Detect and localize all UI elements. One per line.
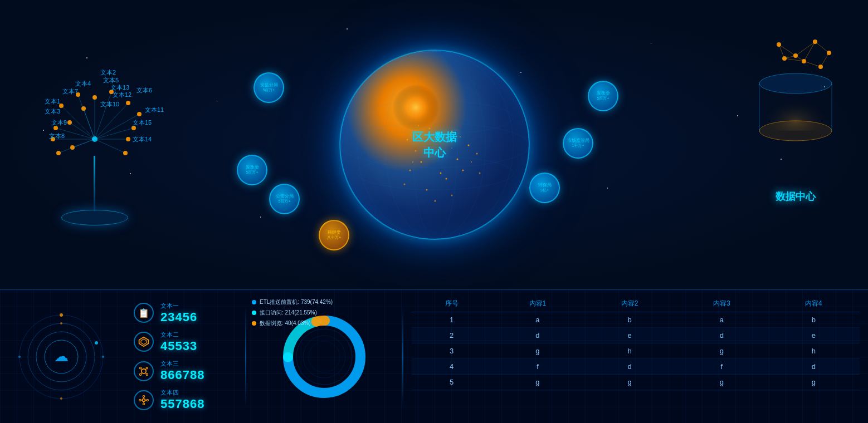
cloud-text-6: 文本6 (136, 86, 152, 95)
cell-2-1: d (491, 328, 583, 343)
svg-point-32 (421, 161, 422, 163)
orbit-node-gongan[interactable]: 公安分局 5百万+ (269, 184, 300, 214)
chart-legend: ETL推送前置机: 739(74.42%) 接口访问: 214(21.55%) … (252, 298, 333, 327)
cell-1-1: a (491, 312, 583, 328)
svg-point-41 (462, 170, 464, 171)
cloud-text-11: 文本11 (145, 106, 164, 114)
tree-base (61, 210, 128, 225)
cell-4-2: d (584, 359, 676, 375)
orbit-node-huanbao[interactable]: 环保局 9亿+ (529, 173, 560, 203)
cell-1-3: a (676, 312, 768, 328)
svg-point-136 (143, 403, 144, 405)
svg-point-115 (60, 313, 63, 317)
cell-2-2: e (584, 328, 676, 343)
legend-dot-browse (252, 321, 256, 326)
svg-line-96 (821, 53, 829, 67)
stats-area: 📋 文本一 23456 文本二 45533 文本三 866788 (123, 290, 245, 423)
stat-value-2: 45533 (160, 339, 197, 353)
legend-item-etl: ETL推送前置机: 739(74.42%) (252, 298, 333, 306)
stat-label-3: 文本三 (160, 360, 204, 368)
svg-point-124 (140, 367, 142, 368)
cell-1-2: b (584, 312, 676, 328)
stat-group-2: 文本二 45533 (160, 331, 197, 353)
left-tree: 文本1 文本2 文本3 文本4 文本5 文本6 文本7 文本8 文本9 文本10… (11, 22, 189, 234)
cell-2-4: e (768, 328, 860, 343)
table-header-row: 序号 内容1 内容2 内容3 内容4 (412, 296, 860, 312)
svg-point-134 (147, 399, 148, 401)
table-header: 序号 内容1 内容2 内容3 内容4 (412, 296, 860, 312)
orbit-node-shichangjianguan[interactable]: 市场监管局 1千万+ (563, 128, 593, 159)
node-circle-huanbao: 环保局 9亿+ (529, 173, 560, 203)
cell-2-3: d (676, 328, 768, 343)
svg-point-40 (426, 189, 428, 191)
cloud-text-9: 文本9 (51, 119, 67, 127)
cell-5-4: g (768, 375, 860, 390)
svg-point-127 (146, 373, 148, 375)
stat-group-3: 文本三 866788 (160, 360, 204, 382)
node-circle-gongan: 公安分局 5百万+ (269, 184, 300, 214)
tree-trunk (94, 156, 95, 212)
svg-point-46 (409, 170, 411, 171)
stat-icon-4 (134, 390, 154, 410)
data-table: 序号 内容1 内容2 内容3 内容4 1 a b a b 2 d (412, 296, 860, 390)
svg-point-103 (777, 42, 781, 47)
table-row: 3 g h g h (412, 343, 860, 359)
globe: 区大数据 中心 (340, 50, 529, 239)
svg-text:☁: ☁ (54, 348, 69, 365)
svg-point-35 (468, 145, 470, 146)
orbit-node-fagaiwei-left[interactable]: 发改委 5百万+ (237, 155, 267, 185)
svg-point-147 (309, 341, 340, 372)
svg-line-101 (784, 58, 804, 61)
node-circle-anjian: 安监分局 5百万+ (253, 72, 284, 103)
svg-line-95 (815, 42, 829, 53)
cloud-text-8: 文本8 (49, 132, 65, 140)
legend-item-browse: 数据浏览: 40(4.03%) (252, 319, 333, 327)
svg-point-119 (60, 397, 62, 400)
stat-row-3: 文本三 866788 (134, 360, 234, 382)
cloud-text-1: 文本1 (45, 97, 60, 106)
stat-group-1: 文本一 23456 (160, 302, 197, 324)
globe-center-text: 区大数据 中心 (412, 129, 457, 160)
svg-line-94 (796, 42, 815, 56)
svg-point-132 (143, 399, 145, 401)
svg-point-26 (357, 156, 513, 190)
svg-point-106 (827, 51, 831, 55)
legend-dot-api (252, 311, 256, 315)
cloud-text-15: 文本15 (133, 119, 152, 127)
svg-point-118 (102, 356, 104, 358)
cloud-text-4: 文本4 (75, 80, 91, 88)
svg-point-135 (143, 396, 144, 397)
cloud-text-2: 文本2 (100, 68, 116, 77)
table-body: 1 a b a b 2 d e d e 3 g h g (412, 312, 860, 390)
cell-4-3: f (676, 359, 768, 375)
visualization-area: 区大数据 中心 安监分局 5百万+ 发改委 5百万+ 市场监管局 1千万+ 环保… (0, 0, 868, 289)
legend-dot-etl (252, 300, 256, 304)
svg-point-31 (407, 139, 408, 141)
globe-sphere: 区大数据 中心 (340, 50, 529, 239)
svg-point-125 (146, 367, 148, 368)
datacenter-label: 数据中心 (776, 190, 816, 203)
stat-value-1: 23456 (160, 310, 197, 324)
node-circle-kejingwei: 科经委 八十万+ (319, 220, 349, 250)
table-row: 2 d e d e (412, 328, 860, 343)
orbit-node-anjian[interactable]: 安监分局 5百万+ (253, 72, 284, 103)
svg-marker-122 (141, 339, 147, 345)
orbit-node-kejingwei[interactable]: 科经委 八十万+ (319, 220, 349, 250)
cell-3-4: h (768, 343, 860, 359)
bottom-left-viz: ☁ (0, 290, 123, 423)
cell-1-4: b (768, 312, 860, 328)
svg-rect-92 (759, 83, 832, 131)
cell-1-0: 1 (412, 312, 491, 328)
datacenter-network-svg (734, 28, 857, 150)
col-header-4: 内容4 (768, 296, 860, 312)
svg-point-120 (18, 356, 21, 358)
circle-viz-svg: ☁ (17, 312, 106, 401)
stat-group-4: 文本四 557868 (160, 388, 204, 411)
svg-point-52 (412, 161, 413, 163)
legend-item-api: 接口访问: 214(21.55%) (252, 309, 333, 317)
orbit-node-fagaiwei-right[interactable]: 发改委 5百万+ (588, 81, 618, 111)
svg-point-48 (418, 125, 419, 126)
node-circle-fagaiwei-r: 发改委 5百万+ (588, 81, 618, 111)
svg-point-133 (139, 399, 141, 401)
cell-3-3: g (676, 343, 768, 359)
